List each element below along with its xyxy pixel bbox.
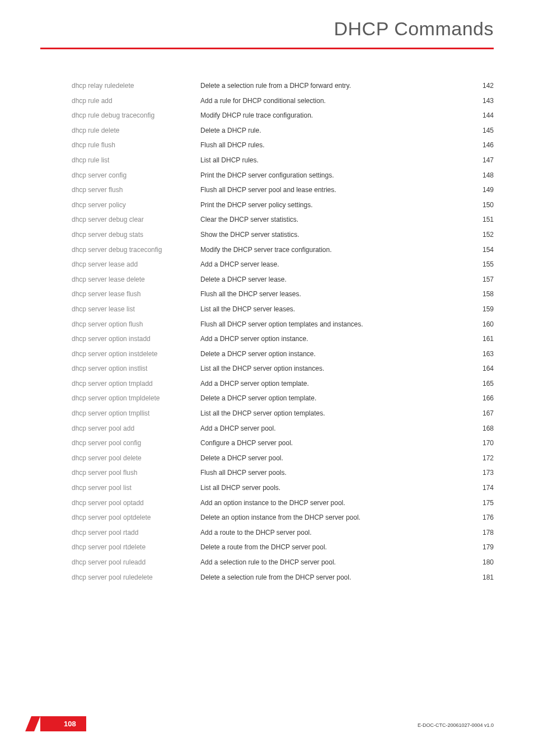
toc-page[interactable]: 147 [469,155,494,170]
toc-command[interactable]: dhcp server pool flush [72,468,200,483]
toc-page[interactable]: 144 [469,110,494,125]
toc-page[interactable]: 175 [469,498,494,513]
toc-description: Flush all the DHCP server leases. [200,289,469,304]
toc-row: dhcp server pool addAdd a DHCP server po… [72,423,494,438]
toc-description: Clear the DHCP server statistics. [200,214,469,230]
toc-description: Flush all DHCP server pool and lease ent… [200,185,469,200]
toc-description: Delete an option instance from the DHCP … [200,512,469,528]
toc-command[interactable]: dhcp server option tmpldelete [72,393,200,408]
toc-page[interactable]: 143 [469,96,494,111]
toc-page[interactable]: 142 [469,81,494,96]
toc-row: dhcp relay ruledeleteDelete a selection … [72,81,494,96]
toc-command[interactable]: dhcp server pool optadd [72,498,200,513]
toc-page[interactable]: 174 [469,483,494,498]
toc-page[interactable]: 181 [469,572,494,587]
toc-row: dhcp rule deleteDelete a DHCP rule.145 [72,125,494,141]
toc-command[interactable]: dhcp server config [72,170,200,185]
toc-command[interactable]: dhcp server option tmpladd [72,379,200,394]
toc-page[interactable]: 166 [469,393,494,408]
toc-command[interactable]: dhcp server option flush [72,319,200,334]
toc-description: Delete a route from the DHCP server pool… [200,542,469,557]
toc-page[interactable]: 179 [469,542,494,557]
toc-row: dhcp server debug clearClear the DHCP se… [72,214,494,230]
toc-page[interactable]: 168 [469,423,494,438]
toc-command[interactable]: dhcp server lease list [72,304,200,319]
toc-description: Modify DHCP rule trace configuration. [200,110,469,125]
toc-command[interactable]: dhcp server lease flush [72,289,200,304]
toc-page[interactable]: 151 [469,214,494,230]
toc-command[interactable]: dhcp server pool config [72,438,200,453]
toc-row: dhcp server configPrint the DHCP server … [72,170,494,185]
toc-command[interactable]: dhcp server pool ruleadd [72,557,200,572]
toc-command[interactable]: dhcp rule debug traceconfig [72,110,200,125]
toc-page[interactable]: 178 [469,528,494,543]
toc-command[interactable]: dhcp server pool add [72,423,200,438]
toc-command[interactable]: dhcp server flush [72,185,200,200]
toc-page[interactable]: 157 [469,274,494,290]
toc-page[interactable]: 149 [469,185,494,200]
toc-command[interactable]: dhcp server option instlist [72,363,200,379]
toc-command[interactable]: dhcp server option instdelete [72,349,200,364]
toc-page[interactable]: 167 [469,408,494,423]
toc-page[interactable]: 150 [469,200,494,215]
toc-row: dhcp server option instlistList all the … [72,363,494,379]
toc-description: Modify the DHCP server trace configurati… [200,245,469,260]
toc-row: dhcp server policyPrint the DHCP server … [72,200,494,215]
toc-command[interactable]: dhcp server debug traceconfig [72,245,200,260]
toc-command[interactable]: dhcp server pool ruledelete [72,572,200,587]
toc-command[interactable]: dhcp server option instadd [72,334,200,349]
toc-command[interactable]: dhcp server lease delete [72,274,200,290]
toc-page[interactable]: 161 [469,334,494,349]
toc-command[interactable]: dhcp server debug clear [72,214,200,230]
page-title: DHCP Commands [40,18,494,40]
toc-command[interactable]: dhcp rule flush [72,140,200,155]
toc-page[interactable]: 154 [469,245,494,260]
toc-command[interactable]: dhcp server policy [72,200,200,215]
toc-command[interactable]: dhcp server pool rtadd [72,528,200,543]
toc-command[interactable]: dhcp rule delete [72,125,200,141]
toc-row: dhcp server lease deleteDelete a DHCP se… [72,274,494,290]
toc-row: dhcp server lease flushFlush all the DHC… [72,289,494,304]
toc-description: Delete a selection rule from a DHCP forw… [200,81,469,96]
toc-description: Delete a DHCP rule. [200,125,469,141]
toc-page[interactable]: 155 [469,259,494,274]
toc-page[interactable]: 180 [469,557,494,572]
toc-description: Print the DHCP server configuration sett… [200,170,469,185]
toc-description: Add a DHCP server option template. [200,379,469,394]
toc-page[interactable]: 145 [469,125,494,141]
toc-page[interactable]: 172 [469,453,494,468]
toc-description: Add a rule for DHCP conditional selectio… [200,96,469,111]
toc-description: Add an option instance to the DHCP serve… [200,498,469,513]
toc-description: Flush all DHCP server pools. [200,468,469,483]
toc-page[interactable]: 152 [469,230,494,245]
toc-page[interactable]: 164 [469,363,494,379]
toc-page[interactable]: 158 [469,289,494,304]
toc-command[interactable]: dhcp server lease add [72,259,200,274]
toc-row: dhcp server flushFlush all DHCP server p… [72,185,494,200]
toc-command[interactable]: dhcp server pool delete [72,453,200,468]
toc-row: dhcp server pool optaddAdd an option ins… [72,498,494,513]
toc-page[interactable]: 173 [469,468,494,483]
toc-page[interactable]: 159 [469,304,494,319]
toc-command[interactable]: dhcp rule list [72,155,200,170]
toc-description: Show the DHCP server statistics. [200,230,469,245]
toc-page[interactable]: 163 [469,349,494,364]
footer: 108 E-DOC-CTC-20061027-0004 v1.0 [0,717,534,731]
toc-description: List all DHCP server pools. [200,483,469,498]
toc-command[interactable]: dhcp server pool optdelete [72,512,200,528]
toc-command[interactable]: dhcp server pool list [72,483,200,498]
toc-command[interactable]: dhcp server debug stats [72,230,200,245]
toc-page[interactable]: 176 [469,512,494,528]
toc-command[interactable]: dhcp rule add [72,96,200,111]
toc-command[interactable]: dhcp server pool rtdelete [72,542,200,557]
toc-row: dhcp server option tmpllistList all the … [72,408,494,423]
toc-page[interactable]: 148 [469,170,494,185]
toc-command[interactable]: dhcp relay ruledelete [72,81,200,96]
toc-page[interactable]: 170 [469,438,494,453]
toc-page[interactable]: 165 [469,379,494,394]
toc-command[interactable]: dhcp server option tmpllist [72,408,200,423]
toc-page[interactable]: 160 [469,319,494,334]
toc-page[interactable]: 146 [469,140,494,155]
toc-row: dhcp server option flushFlush all DHCP s… [72,319,494,334]
toc-row: dhcp server option instaddAdd a DHCP ser… [72,334,494,349]
